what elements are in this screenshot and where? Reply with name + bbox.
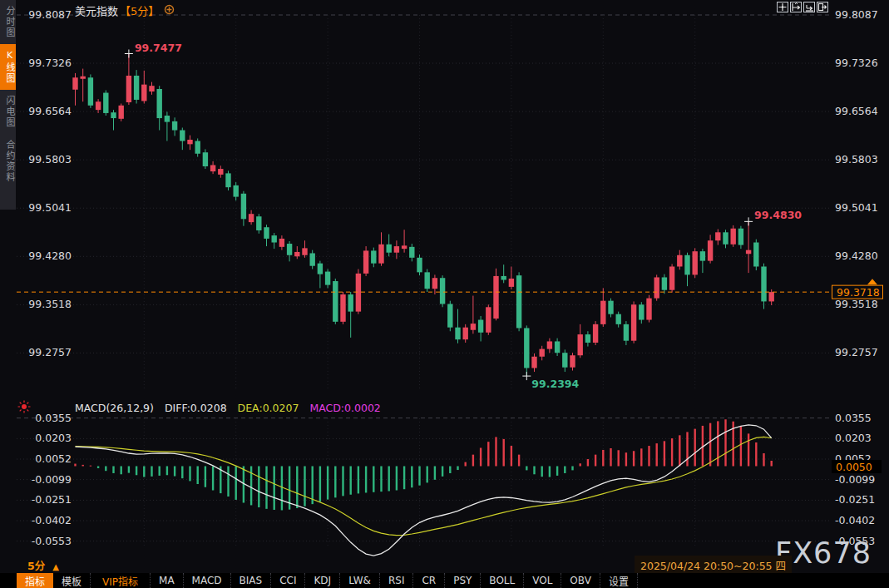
candle-body	[684, 255, 689, 275]
candle-body	[256, 216, 261, 230]
macd-hist-bar	[342, 467, 343, 497]
tab-vip-indicator[interactable]: VIP指标	[91, 573, 151, 588]
candle-body	[540, 349, 545, 357]
macd-axis-label-left: -0.0099	[32, 473, 72, 486]
candle-body	[723, 232, 728, 244]
candle-body	[126, 76, 131, 102]
sidebar-item-timeline-chart[interactable]: 分时图	[0, 0, 16, 44]
macd-hist-bar	[403, 467, 405, 490]
sidebar-item-kline-chart[interactable]: K线图	[0, 44, 16, 90]
tab-ma[interactable]: MA	[151, 573, 184, 588]
macd-hist-bar	[350, 467, 352, 495]
macd-hist-bar	[449, 467, 451, 473]
candle-body	[134, 76, 139, 100]
tab-rsi[interactable]: RSI	[380, 573, 414, 588]
macd-hist-bar	[442, 467, 443, 477]
macd-hist-bar	[587, 459, 589, 466]
candle-body	[531, 357, 536, 368]
candle-body	[669, 266, 674, 289]
macd-value-marker: 0.0050	[836, 461, 872, 473]
candle-body	[218, 169, 223, 175]
candle-body	[570, 355, 575, 367]
macd-hist-bar	[281, 467, 283, 511]
trading-app-window: 99.808799.808799.732699.732699.656499.65…	[0, 0, 889, 588]
indicator-alert-icon[interactable]	[17, 399, 32, 418]
price-axis-label-right: 99.5803	[835, 153, 878, 166]
tab-template[interactable]: 模板	[53, 573, 91, 588]
macd-hist-bar	[755, 442, 757, 467]
candle-body	[547, 341, 552, 348]
candle-body	[187, 140, 192, 144]
macd-hist-bar	[90, 466, 91, 467]
period-selector[interactable]: 5分▲	[27, 557, 59, 573]
candle-body	[463, 328, 468, 339]
diff-line	[76, 425, 772, 556]
tab-indicator[interactable]: 指标	[17, 573, 53, 588]
candle-body	[157, 89, 162, 118]
macd-hist-bar	[327, 467, 328, 500]
candle-body	[88, 77, 93, 106]
macd-hist-bar	[465, 462, 467, 467]
macd-axis-label-left: -0.0402	[32, 514, 72, 526]
candle-body	[447, 304, 452, 327]
macd-hist-bar	[197, 467, 199, 485]
fit-x-axis-icon[interactable]	[803, 2, 815, 12]
circle-plus-icon[interactable]	[164, 4, 175, 17]
price-axis-label-right: 99.7326	[835, 57, 878, 69]
macd-hist-bar	[511, 446, 512, 466]
move-crosshair-icon[interactable]	[777, 2, 788, 12]
macd-hist-bar	[97, 467, 99, 468]
tab-vol[interactable]: VOL	[524, 573, 561, 588]
sidebar-item-flash-chart[interactable]: 闪电图	[0, 90, 16, 134]
macd-axis-label-left: 0.0052	[35, 452, 72, 465]
macd-hist-bar	[312, 467, 314, 505]
tab-obv[interactable]: OBV	[561, 573, 600, 588]
macd-hist-bar	[265, 467, 267, 509]
macd-hist-bar	[503, 439, 505, 467]
macd-hist-bar	[740, 426, 742, 466]
tab-kdj[interactable]: KDJ	[305, 573, 340, 588]
tab-cr[interactable]: CR	[413, 573, 445, 588]
tab-psy[interactable]: PSY	[445, 573, 481, 588]
fit-y-axis-icon[interactable]	[790, 2, 802, 12]
macd-hist-bar	[686, 432, 688, 466]
macd-hist-bar	[427, 467, 428, 483]
macd-hist-bar	[128, 467, 130, 473]
candle-body	[478, 320, 483, 333]
candle-body	[746, 250, 751, 254]
tab-settings[interactable]: 设置	[600, 573, 638, 588]
price-axis-label-right: 99.5041	[835, 201, 878, 214]
macd-hist-bar	[763, 453, 764, 466]
sidebar-item-contract-info[interactable]: 合约资料	[0, 134, 16, 189]
price-axis-label-right: 99.4280	[835, 250, 878, 262]
price-axis-label-left: 99.5803	[28, 153, 72, 166]
chart-title: 美元指数 【5分】	[75, 2, 175, 18]
candle-body	[96, 101, 101, 110]
candle-body	[180, 131, 185, 141]
macd-hist-bar	[296, 467, 298, 509]
candle-body	[234, 185, 239, 197]
price-axis-label-left: 99.4280	[28, 250, 72, 262]
pan-right-icon[interactable]	[817, 2, 828, 12]
candle-body	[654, 277, 659, 298]
tab-bias[interactable]: BIAS	[231, 573, 272, 588]
macd-hist-bar	[159, 467, 161, 476]
candle-body	[524, 328, 529, 368]
candle-body	[608, 301, 613, 314]
candle-body	[738, 229, 743, 245]
macd-header: MACD(26,12,9) DIFF:0.0208 DEA:0.0207 MAC…	[75, 402, 388, 414]
macd-hist-bar	[556, 467, 558, 476]
tab-macd[interactable]: MACD	[184, 573, 231, 588]
tab-cci[interactable]: CCI	[271, 573, 305, 588]
tab-lw[interactable]: LW&	[340, 573, 380, 588]
macd-hist-bar	[388, 467, 390, 492]
candle-body	[646, 299, 651, 320]
period-label: 5分	[27, 560, 45, 572]
chart-canvas[interactable]: 99.808799.808799.732699.732699.656499.65…	[0, 0, 889, 588]
macd-params-label: MACD(26,12,9)	[75, 402, 154, 414]
macd-hist-bar	[166, 467, 168, 476]
tab-boll[interactable]: BOLL	[481, 573, 524, 588]
price-axis-label-left: 99.7326	[28, 57, 72, 69]
macd-hist-bar	[212, 467, 214, 491]
candle-body	[409, 247, 414, 258]
